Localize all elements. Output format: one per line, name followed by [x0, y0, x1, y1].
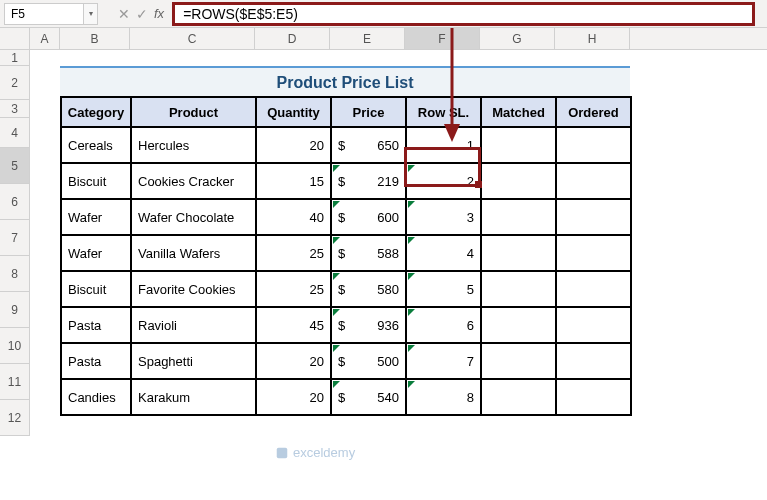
- cancel-icon[interactable]: ✕: [118, 6, 130, 22]
- col-header-F[interactable]: F: [405, 28, 480, 49]
- col-header-D[interactable]: D: [255, 28, 330, 49]
- row-header-3[interactable]: 3: [0, 100, 30, 118]
- row-header-6[interactable]: 6: [0, 184, 30, 220]
- rows-container: 1 2 Product Price List 3 Category Produc…: [0, 50, 767, 436]
- enter-icon[interactable]: ✓: [136, 6, 148, 22]
- page-title: Product Price List: [60, 66, 630, 100]
- fill-handle[interactable]: [475, 181, 482, 188]
- row-header-7[interactable]: 7: [0, 220, 30, 256]
- col-header-C[interactable]: C: [130, 28, 255, 49]
- svg-rect-2: [277, 447, 288, 458]
- select-all-corner[interactable]: [0, 28, 30, 49]
- name-box[interactable]: F5: [4, 3, 84, 25]
- row-header-8[interactable]: 8: [0, 256, 30, 292]
- row-header-2[interactable]: 2: [0, 66, 30, 100]
- column-headers: A B C D E F G H: [0, 28, 767, 50]
- selected-cell[interactable]: [404, 147, 481, 187]
- row-header-11[interactable]: 11: [0, 364, 30, 400]
- col-header-E[interactable]: E: [330, 28, 405, 49]
- watermark-icon: [275, 446, 289, 460]
- row-header-5[interactable]: 5: [0, 148, 30, 184]
- row-header-1[interactable]: 1: [0, 50, 30, 66]
- row-header-9[interactable]: 9: [0, 292, 30, 328]
- col-header-A[interactable]: A: [30, 28, 60, 49]
- col-header-G[interactable]: G: [480, 28, 555, 49]
- row-header-10[interactable]: 10: [0, 328, 30, 364]
- fx-icon[interactable]: fx: [154, 6, 164, 21]
- watermark: exceldemy: [275, 445, 355, 460]
- namebox-dropdown-icon[interactable]: ▾: [84, 3, 98, 25]
- col-header-B[interactable]: B: [60, 28, 130, 49]
- formula-bar[interactable]: =ROWS($E$5:E5): [172, 2, 755, 26]
- toolbar: F5 ▾ ✕ ✓ fx =ROWS($E$5:E5): [0, 0, 767, 28]
- row-header-4[interactable]: 4: [0, 118, 30, 148]
- col-header-H[interactable]: H: [555, 28, 630, 49]
- formula-controls: ✕ ✓ fx: [118, 6, 164, 22]
- spreadsheet-grid[interactable]: A B C D E F G H 1 2 Product Price List 3…: [0, 28, 767, 436]
- row-header-12[interactable]: 12: [0, 400, 30, 436]
